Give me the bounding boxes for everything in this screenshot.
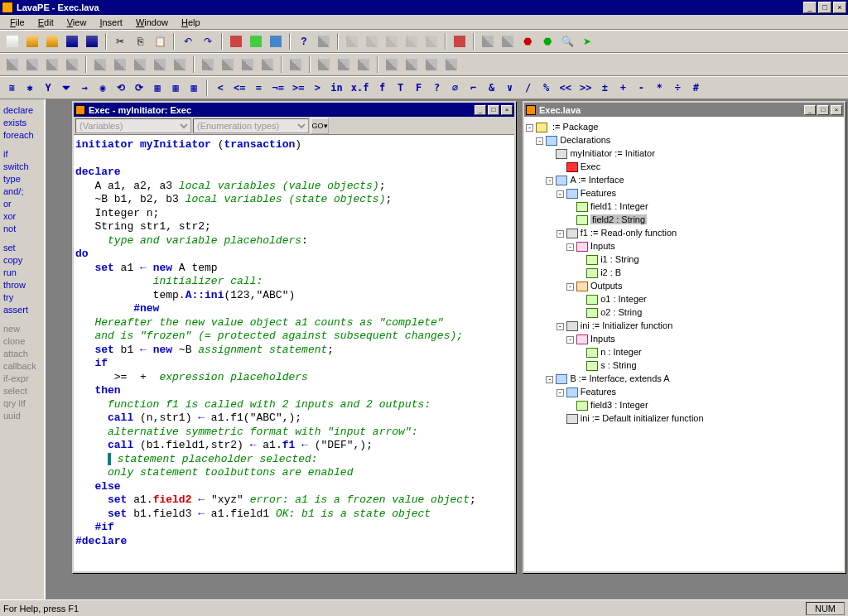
code-line[interactable]: set a1.field2 ← "xyz" error: a1 is a fro… — [75, 493, 513, 508]
tb2-btn-0[interactable] — [3, 56, 22, 73]
tb-b-icon[interactable] — [247, 33, 265, 50]
kw-run[interactable]: run — [3, 267, 41, 279]
tb-c-icon[interactable] — [267, 33, 285, 50]
tb-k-icon[interactable] — [479, 33, 497, 50]
expr-37[interactable]: # — [687, 79, 704, 96]
menu-file[interactable]: File — [3, 17, 31, 28]
tree-node[interactable]: -ini := Initializer function — [526, 319, 842, 332]
code-line[interactable]: initializer call: — [75, 275, 513, 289]
cut-icon[interactable]: ✂ — [111, 33, 129, 50]
kw-try[interactable]: try — [3, 291, 41, 304]
kw-and[interactable]: and/; — [3, 185, 41, 198]
tree-node[interactable]: -Declarations — [526, 133, 842, 147]
code-line[interactable]: statement placeholder selected: — [75, 453, 513, 467]
tree-node[interactable]: ini := Default initializer function — [526, 411, 842, 425]
undo-icon[interactable]: ↶ — [179, 33, 197, 50]
kw-throw[interactable]: throw — [3, 279, 41, 291]
tb2-btn-2[interactable] — [43, 56, 61, 73]
tb-a-icon[interactable] — [227, 33, 245, 50]
tree-node[interactable]: -Inputs — [526, 239, 842, 253]
expr-5[interactable]: ◉ — [94, 79, 111, 96]
editor-min-button[interactable]: _ — [475, 105, 486, 115]
expr-22[interactable]: F — [411, 79, 427, 96]
tree-node[interactable]: i2 : B — [526, 266, 842, 279]
bug-green-icon[interactable]: ⬣ — [538, 33, 556, 50]
tb2-btn-9[interactable] — [171, 56, 189, 73]
code-line[interactable]: set b1 ← new ~B assignment statement; — [75, 344, 513, 358]
editor-close-button[interactable]: × — [501, 105, 513, 115]
tree-body[interactable]: - := Package -Declarations myInitiator :… — [524, 117, 844, 571]
tb-l-icon[interactable] — [499, 33, 517, 50]
tb-d-icon[interactable] — [315, 33, 333, 50]
code-line[interactable]: else — [75, 480, 513, 494]
expr-27[interactable]: ∨ — [502, 79, 518, 96]
menu-edit[interactable]: Edit — [31, 17, 60, 28]
tree-node[interactable]: field1 : Integer — [526, 200, 842, 213]
kw-declare[interactable]: declare — [3, 104, 41, 117]
tb-i-icon[interactable] — [422, 33, 441, 50]
tree-node[interactable]: -A := Interface — [526, 173, 842, 186]
tree-node[interactable]: n : Integer — [526, 345, 842, 359]
expr-23[interactable]: ? — [429, 79, 446, 96]
expr-21[interactable]: T — [393, 79, 409, 96]
expr-18[interactable]: in — [327, 79, 345, 96]
tree-close-button[interactable]: × — [831, 105, 842, 115]
tb-j-icon[interactable] — [450, 33, 469, 50]
expr-30[interactable]: << — [556, 79, 575, 96]
tb2-btn-19[interactable] — [335, 56, 353, 73]
expr-33[interactable]: + — [614, 79, 631, 96]
code-line[interactable]: if — [75, 357, 513, 371]
tb-h-icon[interactable] — [402, 33, 421, 50]
code-line[interactable]: set b1.field3 ← a1.field1 OK: b1 is a st… — [75, 508, 513, 522]
expr-4[interactable]: → — [76, 79, 93, 96]
code-line[interactable]: do — [75, 248, 513, 262]
kw-foreach[interactable]: foreach — [3, 129, 41, 142]
tb2-btn-1[interactable] — [23, 56, 41, 73]
code-line[interactable]: only statement toolbuttons are enabled — [75, 466, 513, 480]
code-line[interactable]: #declare — [75, 535, 513, 549]
tree-node[interactable]: myInitiator := Initiator — [526, 147, 842, 160]
expr-2[interactable]: Y — [40, 79, 56, 96]
enumtypes-dropdown[interactable]: (Enumeration types) — [193, 118, 309, 133]
tree-node[interactable]: o1 : Integer — [526, 292, 842, 306]
tree-node[interactable]: - := Package — [526, 120, 842, 133]
expr-15[interactable]: ¬= — [268, 79, 287, 96]
code-line[interactable]: declare — [75, 166, 513, 180]
code-line[interactable]: #new — [75, 302, 513, 316]
code-line[interactable]: Integer n; — [75, 207, 513, 221]
tb2-btn-13[interactable] — [238, 56, 257, 73]
copy-icon[interactable]: ⎘ — [131, 33, 149, 50]
tb2-btn-7[interactable] — [131, 56, 149, 73]
tb2-btn-14[interactable] — [258, 56, 277, 73]
kw-xor[interactable]: xor — [3, 210, 41, 223]
expr-19[interactable]: x.f — [348, 79, 373, 96]
code-line[interactable]: Hereafter the new value object a1 counts… — [75, 316, 513, 330]
tb-g-icon[interactable] — [383, 33, 401, 50]
go-button[interactable]: GO▾ — [311, 118, 329, 134]
kw-copy[interactable]: copy — [3, 254, 41, 267]
menu-window[interactable]: Window — [129, 17, 175, 28]
code-line[interactable]: String str1, str2; — [75, 220, 513, 234]
expr-31[interactable]: >> — [576, 79, 595, 96]
tree-node[interactable]: -Inputs — [526, 332, 842, 345]
tb2-btn-12[interactable] — [219, 56, 237, 73]
tb2-btn-3[interactable] — [63, 56, 81, 73]
tb2-btn-24[interactable] — [422, 56, 441, 73]
menu-view[interactable]: View — [60, 17, 94, 28]
tb2-btn-8[interactable] — [151, 56, 169, 73]
maximize-button[interactable]: □ — [818, 2, 831, 13]
saveall-icon[interactable] — [83, 33, 101, 50]
code-line[interactable]: type and variable placeholders: — [75, 234, 513, 248]
expr-32[interactable]: ± — [596, 79, 613, 96]
tree-window[interactable]: Exec.lava _ □ × - := Package -Declaratio… — [523, 101, 846, 573]
expr-1[interactable]: ✱ — [22, 79, 38, 96]
tb2-btn-18[interactable] — [315, 56, 333, 73]
expr-17[interactable]: > — [309, 79, 325, 96]
kw-exists[interactable]: exists — [3, 117, 41, 129]
close-button[interactable]: × — [833, 2, 846, 13]
open2-icon[interactable] — [43, 33, 61, 50]
kw-set[interactable]: set — [3, 242, 41, 254]
tree-node[interactable]: o2 : String — [526, 306, 842, 319]
tb2-btn-20[interactable] — [354, 56, 373, 73]
code-line[interactable]: initiator myInitiator (transaction) — [75, 138, 513, 152]
